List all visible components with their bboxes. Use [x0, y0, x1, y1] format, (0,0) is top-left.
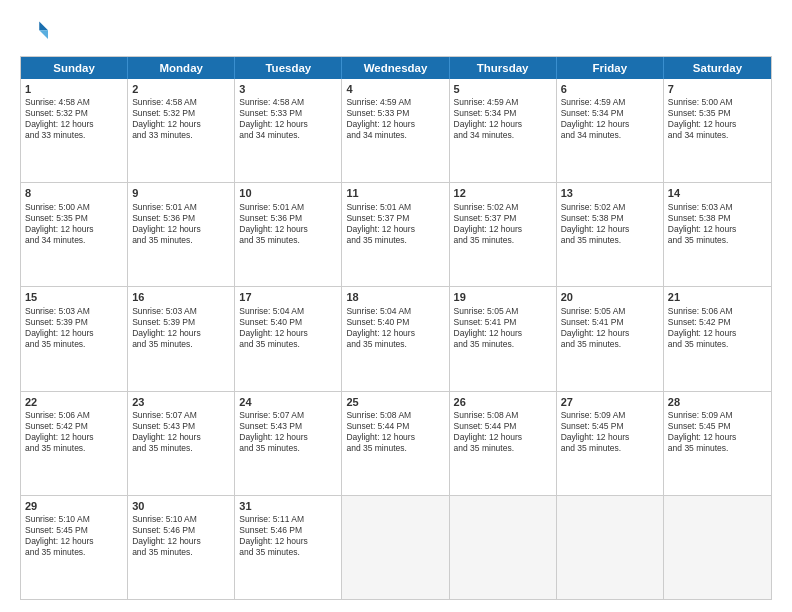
day-info: Sunrise: 5:10 AM Sunset: 5:46 PM Dayligh…	[132, 514, 201, 557]
day-info: Sunrise: 5:10 AM Sunset: 5:45 PM Dayligh…	[25, 514, 94, 557]
day-number: 16	[132, 290, 230, 304]
empty-cell-4-6	[664, 496, 771, 599]
day-number: 15	[25, 290, 123, 304]
day-info: Sunrise: 4:58 AM Sunset: 5:32 PM Dayligh…	[25, 97, 94, 140]
day-cell-30: 30Sunrise: 5:10 AM Sunset: 5:46 PM Dayli…	[128, 496, 235, 599]
empty-cell-4-4	[450, 496, 557, 599]
weekday-header-wednesday: Wednesday	[342, 57, 449, 79]
day-cell-11: 11Sunrise: 5:01 AM Sunset: 5:37 PM Dayli…	[342, 183, 449, 286]
day-info: Sunrise: 5:05 AM Sunset: 5:41 PM Dayligh…	[561, 306, 630, 349]
day-cell-9: 9Sunrise: 5:01 AM Sunset: 5:36 PM Daylig…	[128, 183, 235, 286]
day-cell-26: 26Sunrise: 5:08 AM Sunset: 5:44 PM Dayli…	[450, 392, 557, 495]
day-cell-31: 31Sunrise: 5:11 AM Sunset: 5:46 PM Dayli…	[235, 496, 342, 599]
day-number: 3	[239, 82, 337, 96]
day-info: Sunrise: 5:04 AM Sunset: 5:40 PM Dayligh…	[239, 306, 308, 349]
day-number: 26	[454, 395, 552, 409]
calendar-row-1: 1Sunrise: 4:58 AM Sunset: 5:32 PM Daylig…	[21, 79, 771, 182]
logo	[20, 18, 52, 46]
day-cell-15: 15Sunrise: 5:03 AM Sunset: 5:39 PM Dayli…	[21, 287, 128, 390]
logo-icon	[20, 18, 48, 46]
day-cell-22: 22Sunrise: 5:06 AM Sunset: 5:42 PM Dayli…	[21, 392, 128, 495]
day-cell-16: 16Sunrise: 5:03 AM Sunset: 5:39 PM Dayli…	[128, 287, 235, 390]
day-cell-12: 12Sunrise: 5:02 AM Sunset: 5:37 PM Dayli…	[450, 183, 557, 286]
day-cell-19: 19Sunrise: 5:05 AM Sunset: 5:41 PM Dayli…	[450, 287, 557, 390]
empty-cell-4-3	[342, 496, 449, 599]
day-cell-17: 17Sunrise: 5:04 AM Sunset: 5:40 PM Dayli…	[235, 287, 342, 390]
day-number: 1	[25, 82, 123, 96]
day-info: Sunrise: 5:04 AM Sunset: 5:40 PM Dayligh…	[346, 306, 415, 349]
day-info: Sunrise: 5:07 AM Sunset: 5:43 PM Dayligh…	[239, 410, 308, 453]
day-number: 4	[346, 82, 444, 96]
day-number: 31	[239, 499, 337, 513]
weekday-header-sunday: Sunday	[21, 57, 128, 79]
day-number: 10	[239, 186, 337, 200]
day-number: 22	[25, 395, 123, 409]
day-number: 18	[346, 290, 444, 304]
day-cell-21: 21Sunrise: 5:06 AM Sunset: 5:42 PM Dayli…	[664, 287, 771, 390]
day-info: Sunrise: 5:00 AM Sunset: 5:35 PM Dayligh…	[668, 97, 737, 140]
day-info: Sunrise: 5:06 AM Sunset: 5:42 PM Dayligh…	[25, 410, 94, 453]
day-number: 27	[561, 395, 659, 409]
day-info: Sunrise: 4:58 AM Sunset: 5:32 PM Dayligh…	[132, 97, 201, 140]
day-info: Sunrise: 5:03 AM Sunset: 5:39 PM Dayligh…	[25, 306, 94, 349]
calendar-row-3: 15Sunrise: 5:03 AM Sunset: 5:39 PM Dayli…	[21, 286, 771, 390]
day-info: Sunrise: 5:01 AM Sunset: 5:37 PM Dayligh…	[346, 202, 415, 245]
weekday-header-monday: Monday	[128, 57, 235, 79]
day-info: Sunrise: 5:07 AM Sunset: 5:43 PM Dayligh…	[132, 410, 201, 453]
day-number: 30	[132, 499, 230, 513]
day-number: 11	[346, 186, 444, 200]
day-number: 12	[454, 186, 552, 200]
day-number: 5	[454, 82, 552, 96]
day-number: 20	[561, 290, 659, 304]
calendar: SundayMondayTuesdayWednesdayThursdayFrid…	[20, 56, 772, 600]
day-cell-13: 13Sunrise: 5:02 AM Sunset: 5:38 PM Dayli…	[557, 183, 664, 286]
weekday-header-friday: Friday	[557, 57, 664, 79]
day-cell-27: 27Sunrise: 5:09 AM Sunset: 5:45 PM Dayli…	[557, 392, 664, 495]
day-number: 13	[561, 186, 659, 200]
day-info: Sunrise: 5:01 AM Sunset: 5:36 PM Dayligh…	[239, 202, 308, 245]
day-number: 17	[239, 290, 337, 304]
day-cell-4: 4Sunrise: 4:59 AM Sunset: 5:33 PM Daylig…	[342, 79, 449, 182]
day-number: 28	[668, 395, 767, 409]
day-cell-25: 25Sunrise: 5:08 AM Sunset: 5:44 PM Dayli…	[342, 392, 449, 495]
weekday-header-thursday: Thursday	[450, 57, 557, 79]
day-info: Sunrise: 5:03 AM Sunset: 5:38 PM Dayligh…	[668, 202, 737, 245]
day-cell-18: 18Sunrise: 5:04 AM Sunset: 5:40 PM Dayli…	[342, 287, 449, 390]
day-cell-8: 8Sunrise: 5:00 AM Sunset: 5:35 PM Daylig…	[21, 183, 128, 286]
day-cell-24: 24Sunrise: 5:07 AM Sunset: 5:43 PM Dayli…	[235, 392, 342, 495]
day-info: Sunrise: 4:59 AM Sunset: 5:34 PM Dayligh…	[454, 97, 523, 140]
day-info: Sunrise: 5:00 AM Sunset: 5:35 PM Dayligh…	[25, 202, 94, 245]
page: SundayMondayTuesdayWednesdayThursdayFrid…	[0, 0, 792, 612]
day-number: 19	[454, 290, 552, 304]
weekday-header-tuesday: Tuesday	[235, 57, 342, 79]
day-number: 25	[346, 395, 444, 409]
day-info: Sunrise: 4:59 AM Sunset: 5:34 PM Dayligh…	[561, 97, 630, 140]
day-number: 7	[668, 82, 767, 96]
svg-marker-0	[39, 22, 48, 31]
day-info: Sunrise: 5:08 AM Sunset: 5:44 PM Dayligh…	[346, 410, 415, 453]
weekday-header-saturday: Saturday	[664, 57, 771, 79]
day-number: 24	[239, 395, 337, 409]
day-info: Sunrise: 5:02 AM Sunset: 5:37 PM Dayligh…	[454, 202, 523, 245]
day-number: 2	[132, 82, 230, 96]
day-cell-14: 14Sunrise: 5:03 AM Sunset: 5:38 PM Dayli…	[664, 183, 771, 286]
day-cell-10: 10Sunrise: 5:01 AM Sunset: 5:36 PM Dayli…	[235, 183, 342, 286]
day-cell-20: 20Sunrise: 5:05 AM Sunset: 5:41 PM Dayli…	[557, 287, 664, 390]
day-cell-6: 6Sunrise: 4:59 AM Sunset: 5:34 PM Daylig…	[557, 79, 664, 182]
calendar-header: SundayMondayTuesdayWednesdayThursdayFrid…	[21, 57, 771, 79]
day-info: Sunrise: 5:08 AM Sunset: 5:44 PM Dayligh…	[454, 410, 523, 453]
day-number: 9	[132, 186, 230, 200]
day-number: 14	[668, 186, 767, 200]
day-cell-1: 1Sunrise: 4:58 AM Sunset: 5:32 PM Daylig…	[21, 79, 128, 182]
day-info: Sunrise: 5:03 AM Sunset: 5:39 PM Dayligh…	[132, 306, 201, 349]
day-cell-2: 2Sunrise: 4:58 AM Sunset: 5:32 PM Daylig…	[128, 79, 235, 182]
calendar-row-4: 22Sunrise: 5:06 AM Sunset: 5:42 PM Dayli…	[21, 391, 771, 495]
day-info: Sunrise: 4:59 AM Sunset: 5:33 PM Dayligh…	[346, 97, 415, 140]
svg-marker-1	[39, 30, 48, 39]
day-number: 8	[25, 186, 123, 200]
day-info: Sunrise: 5:06 AM Sunset: 5:42 PM Dayligh…	[668, 306, 737, 349]
day-cell-5: 5Sunrise: 4:59 AM Sunset: 5:34 PM Daylig…	[450, 79, 557, 182]
day-info: Sunrise: 5:09 AM Sunset: 5:45 PM Dayligh…	[561, 410, 630, 453]
day-number: 29	[25, 499, 123, 513]
day-info: Sunrise: 5:09 AM Sunset: 5:45 PM Dayligh…	[668, 410, 737, 453]
